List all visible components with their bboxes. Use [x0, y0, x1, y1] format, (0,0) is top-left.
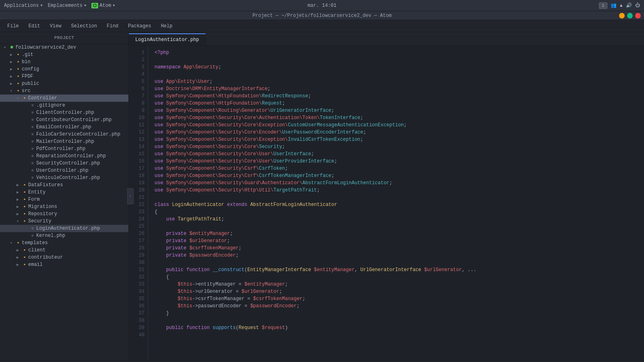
- tab-loginauthenticator[interactable]: LoginAuthenticator.php: [129, 33, 206, 45]
- gitignore-icon: ≡: [29, 103, 36, 108]
- reparationcontroller-label: ReparationController.php: [36, 153, 128, 159]
- client-label: client: [28, 247, 128, 253]
- public-folder-icon: ▪: [14, 81, 22, 86]
- entity-folder-icon: ▪: [21, 189, 28, 195]
- tree-item-vehiculecontroller[interactable]: ≡ VehiculeController.php: [0, 174, 128, 181]
- repository-folder-icon: ▪: [21, 211, 28, 217]
- emplacements-label: Emplacements: [48, 3, 83, 8]
- tree-item-usercontroller[interactable]: ≡ UserController.php: [0, 167, 128, 174]
- tree-item-contributeur[interactable]: ▶ ▪ contributeur: [0, 254, 128, 261]
- vehiculecontroller-label: VehiculeController.php: [36, 175, 128, 181]
- controller-label: Controller: [28, 95, 128, 101]
- atom-menu[interactable]: ⬡ Atom ▾: [91, 2, 115, 8]
- tree-item-fpdf[interactable]: ▶ ▪ FPDF: [0, 73, 128, 80]
- tree-item-config[interactable]: ▶ ▪ config: [0, 66, 128, 73]
- pdfcontroller-icon: ≡: [29, 147, 36, 151]
- emplacements-arrow-icon: ▾: [84, 2, 87, 8]
- status-bar: src/Security/LoginAuthenticator.php 1:1 …: [0, 360, 644, 362]
- security-label: Security: [28, 218, 128, 224]
- collapse-panel-button[interactable]: ‹: [127, 188, 134, 204]
- tree-item-loginauthenticator[interactable]: ≡ LoginAuthenticator.php: [0, 225, 128, 232]
- tree-item-public[interactable]: ▶ ▪ public: [0, 80, 128, 87]
- form-arrow: ▶: [14, 197, 21, 202]
- tree-item-templates[interactable]: ▾ ▪ templates: [0, 239, 128, 247]
- kernel-icon: ≡: [29, 234, 36, 238]
- wifi-icon: ▲: [620, 3, 623, 8]
- mailercontroller-label: MailerController.php: [36, 139, 128, 144]
- apps-arrow-icon: ▾: [40, 2, 43, 8]
- tree-item-gitignore[interactable]: ≡ .gitignore: [0, 102, 128, 109]
- repository-label: Repository: [28, 211, 128, 217]
- close-button[interactable]: [635, 13, 641, 19]
- tree-item-git[interactable]: ▶ ▪ .git: [0, 51, 128, 58]
- emailcontroller-icon: ≡: [29, 125, 36, 130]
- public-arrow: ▶: [8, 81, 14, 86]
- tree-item-reparationcontroller[interactable]: ≡ ReparationController.php: [0, 152, 128, 160]
- follocarcontroller-label: FolloCarServiceController.php: [36, 132, 128, 137]
- tree-item-mailercontroller[interactable]: ≡ MailerController.php: [0, 138, 128, 145]
- security-folder-icon: ▪: [21, 218, 28, 224]
- kernel-label: Kernel.php: [36, 233, 128, 239]
- tree-item-form[interactable]: ▶ ▪ Form: [0, 196, 128, 203]
- code-content[interactable]: <?php namespace App\Security; use App\En…: [148, 46, 644, 360]
- tree-item-contributeurcontroller[interactable]: ≡ ContributeurController.php: [0, 116, 128, 123]
- templates-arrow: ▾: [8, 241, 14, 245]
- root-arrow: ▾: [2, 45, 8, 50]
- menu-edit[interactable]: Edit: [25, 22, 44, 31]
- datafixtures-folder-icon: ▪: [21, 182, 28, 188]
- menu-bar: File Edit View Selection Find Packages H…: [0, 20, 644, 32]
- tree-item-client[interactable]: ▶ ▪ client: [0, 247, 128, 254]
- config-arrow: ▶: [8, 67, 14, 72]
- reparationcontroller-icon: ≡: [29, 154, 36, 158]
- maximize-button[interactable]: [627, 13, 633, 19]
- menu-find[interactable]: Find: [103, 22, 122, 31]
- src-label: src: [22, 88, 128, 94]
- usercontroller-icon: ≡: [29, 169, 36, 173]
- migrations-folder-icon: ▪: [21, 204, 28, 210]
- email-folder-icon: ▪: [21, 262, 28, 267]
- clientcontroller-icon: ≡: [29, 111, 36, 115]
- emailcontroller-label: EmailController.php: [36, 124, 128, 130]
- emplacements-menu[interactable]: Emplacements ▾: [48, 2, 87, 8]
- tree-item-kernel[interactable]: ≡ Kernel.php: [0, 232, 128, 239]
- tree-item-migrations[interactable]: ▶ ▪ Migrations: [0, 203, 128, 210]
- form-folder-icon: ▪: [21, 197, 28, 202]
- tree-item-src[interactable]: ▾ ▪ src: [0, 87, 128, 95]
- system-time: mar. 14:01: [308, 3, 336, 8]
- window-number: 1: [599, 2, 607, 9]
- tree-root[interactable]: ▾ ■ followcarservice2_dev: [0, 44, 128, 51]
- tree-item-pdfcontroller[interactable]: ≡ PdfController.php: [0, 145, 128, 152]
- sidebar: Project ▾ ■ followcarservice2_dev ▶ ▪ .g…: [0, 32, 129, 360]
- applications-menu[interactable]: Applications ▾: [4, 2, 43, 8]
- tree-item-securitycontroller[interactable]: ≡ SecurityController.php: [0, 160, 128, 167]
- volume-icon: 🔊: [626, 2, 632, 8]
- tree-item-bin[interactable]: ▶ ▪ bin: [0, 58, 128, 66]
- migrations-label: Migrations: [28, 204, 128, 210]
- tree-item-entity[interactable]: ▶ ▪ Entity: [0, 189, 128, 196]
- fpdf-folder-icon: ▪: [14, 74, 22, 79]
- tree-item-security[interactable]: ▾ ▪ Security: [0, 218, 128, 225]
- tree-item-controller[interactable]: ▾ ▪ Controller: [0, 95, 128, 102]
- contributeur-label: contributeur: [28, 255, 128, 260]
- tree-item-repository[interactable]: ▶ ▪ Repository: [0, 210, 128, 218]
- menu-selection[interactable]: Selection: [67, 22, 101, 31]
- git-folder-icon: ▪: [14, 52, 22, 58]
- menu-packages[interactable]: Packages: [124, 22, 155, 31]
- fpdf-label: FPDF: [22, 74, 128, 79]
- fpdf-arrow: ▶: [8, 74, 14, 79]
- tree-item-email[interactable]: ▶ ▪ email: [0, 261, 128, 268]
- minimize-button[interactable]: [619, 13, 625, 19]
- menu-view[interactable]: View: [46, 22, 66, 31]
- tree-item-clientcontroller[interactable]: ≡ ClientController.php: [0, 109, 128, 116]
- menu-file[interactable]: File: [3, 22, 23, 31]
- src-folder-icon: ▪: [14, 88, 22, 94]
- contributeurcontroller-icon: ≡: [29, 118, 36, 122]
- tree-item-follocarcontroller[interactable]: ≡ FolloCarServiceController.php: [0, 131, 128, 138]
- tree-item-datafixtures[interactable]: ▶ ▪ DataFixtures: [0, 181, 128, 189]
- root-label: followcarservice2_dev: [15, 45, 128, 50]
- datafixtures-arrow: ▶: [14, 183, 21, 187]
- menu-help[interactable]: Help: [157, 22, 177, 31]
- templates-folder-icon: ▪: [14, 240, 22, 246]
- securitycontroller-icon: ≡: [29, 161, 36, 166]
- tree-item-emailcontroller[interactable]: ≡ EmailController.php: [0, 123, 128, 131]
